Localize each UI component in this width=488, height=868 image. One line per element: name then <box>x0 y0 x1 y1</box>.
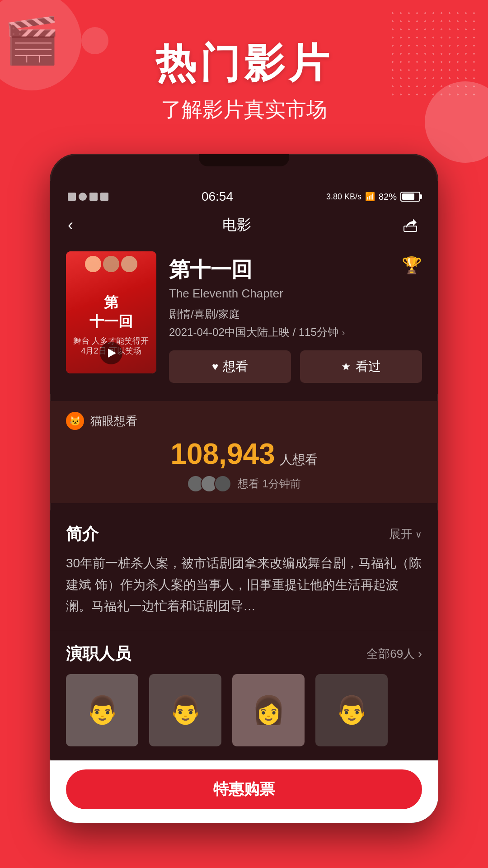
movie-info: 第十一回 舞台 人多才能笑得开 4月2日 可以笑场 第十一回 🏆 The Ele… <box>50 242 438 394</box>
user-avatars <box>187 475 231 492</box>
poster-inner: 第十一回 舞台 人多才能笑得开 4月2日 可以笑场 <box>66 251 156 373</box>
battery-percent: 82% <box>379 192 397 202</box>
expand-arrow-icon: ∨ <box>415 529 422 540</box>
want-to-watch-button[interactable]: ♥ 想看 <box>169 350 291 383</box>
intro-expand-button[interactable]: 展开 ∨ <box>389 526 422 542</box>
intro-title: 简介 <box>66 523 99 545</box>
share-button[interactable] <box>400 215 420 235</box>
poster-face-2 <box>103 256 119 272</box>
buy-ticket-button[interactable]: 特惠购票 <box>66 769 422 809</box>
cast-face-2: 👨 <box>149 674 221 746</box>
movie-genre: 剧情/喜剧/家庭 <box>169 307 422 321</box>
want-count: 108,943 <box>170 437 275 471</box>
movie-title-row: 第十一回 🏆 <box>169 256 422 284</box>
poster-people <box>66 256 156 272</box>
movie-date-text: 2021-04-02中国大陆上映 / 115分钟 <box>169 325 338 340</box>
wifi-icon: 📶 <box>365 192 375 202</box>
maoyan-header: 🐱 猫眼想看 <box>66 412 422 430</box>
intro-section: 简介 展开 ∨ 30年前一桩杀人案，被市话剧团拿来改编成舞台剧，马福礼（陈建斌 … <box>50 510 438 630</box>
maoyan-logo-icon: 🐱 <box>70 415 81 426</box>
cast-face-4: 👨 <box>315 674 388 746</box>
movie-details: 第十一回 🏆 The Eleventh Chapter 剧情/喜剧/家庭 202… <box>169 251 422 383</box>
cast-title: 演职人员 <box>66 643 131 665</box>
page-subtitle: 了解影片真实市场 <box>0 96 488 124</box>
cast-photo-2: 👨 <box>149 674 221 746</box>
cast-item-4[interactable]: 👨 <box>315 674 388 746</box>
want-time: 想看 1分钟前 <box>238 476 301 491</box>
phone-mockup: 06:54 3.80 KB/s 📶 82% ‹ 电影 <box>50 154 438 823</box>
poster-face-1 <box>85 256 101 272</box>
network-speed: 3.80 KB/s <box>326 192 361 202</box>
nav-bar: ‹ 电影 <box>50 208 438 242</box>
cast-photo-4: 👨 <box>315 674 388 746</box>
want-label: 想看 <box>223 358 248 375</box>
want-users: 想看 1分钟前 <box>66 475 422 492</box>
movie-title-en: The Eleventh Chapter <box>169 287 422 301</box>
expand-label: 展开 <box>389 526 413 542</box>
maoyan-section: 🐱 猫眼想看 108,943 人想看 想看 1分钟前 <box>50 401 438 503</box>
status-icon-3 <box>89 193 98 201</box>
status-icon-4 <box>100 193 108 201</box>
watched-button[interactable]: ★ 看过 <box>300 350 422 383</box>
watched-label: 看过 <box>356 358 381 375</box>
play-triangle <box>108 349 116 358</box>
phone-content: 06:54 3.80 KB/s 📶 82% ‹ 电影 <box>50 181 438 823</box>
buy-ticket-bar: 特惠购票 <box>50 760 438 823</box>
want-count-label: 人想看 <box>280 451 318 468</box>
page-title: 热门影片 <box>0 36 488 91</box>
maoyan-logo: 🐱 <box>66 412 84 430</box>
cast-section: 演职人员 全部69人 › 👨 👨 👩 <box>50 630 438 759</box>
star-icon: ★ <box>341 360 351 373</box>
heart-icon: ♥ <box>212 360 218 373</box>
intro-header: 简介 展开 ∨ <box>66 523 422 545</box>
cast-item-1[interactable]: 👨 <box>66 674 138 746</box>
cast-photo-3: 👩 <box>232 674 305 746</box>
cast-list: 👨 👨 👩 👨 <box>66 674 422 746</box>
cast-all-label: 全部69人 › <box>366 646 422 662</box>
want-count-row: 108,943 人想看 <box>66 437 422 471</box>
cast-all-button[interactable]: 全部69人 › <box>366 646 422 662</box>
movie-date[interactable]: 2021-04-02中国大陆上映 / 115分钟 › <box>169 325 422 340</box>
status-time: 06:54 <box>108 189 326 204</box>
cast-item-2[interactable]: 👨 <box>149 674 221 746</box>
user-avatar-3 <box>214 475 231 492</box>
intro-text: 30年前一桩杀人案，被市话剧团拿来改编成舞台剧，马福礼（陈建斌 饰）作为杀人案的… <box>66 552 422 617</box>
back-button[interactable]: ‹ <box>68 216 73 235</box>
action-buttons: ♥ 想看 ★ 看过 <box>169 350 422 383</box>
status-icon-1 <box>68 193 76 201</box>
movie-poster[interactable]: 第十一回 舞台 人多才能笑得开 4月2日 可以笑场 <box>66 251 156 373</box>
status-icons <box>68 193 108 201</box>
poster-title: 第十一回 <box>89 293 133 331</box>
status-right: 3.80 KB/s 📶 82% <box>326 192 420 202</box>
cast-item-3[interactable]: 👩 <box>232 674 305 746</box>
status-icon-2 <box>79 193 87 201</box>
phone-notch <box>199 154 289 166</box>
play-button[interactable] <box>100 342 122 364</box>
status-bar: 06:54 3.80 KB/s 📶 82% <box>50 181 438 208</box>
battery-icon <box>400 192 420 202</box>
poster-face-3 <box>121 256 137 272</box>
movie-title-cn: 第十一回 <box>169 256 252 284</box>
trophy-icon: 🏆 <box>402 256 422 275</box>
cast-header: 演职人员 全部69人 › <box>66 643 422 665</box>
header-section: 热门影片 了解影片真实市场 <box>0 36 488 124</box>
date-arrow-icon: › <box>342 327 345 338</box>
cast-face-3: 👩 <box>232 674 305 746</box>
cast-face-1: 👨 <box>66 674 138 746</box>
maoyan-label: 猫眼想看 <box>90 413 137 429</box>
battery-fill <box>402 193 414 200</box>
nav-title: 电影 <box>222 215 251 235</box>
cast-photo-1: 👨 <box>66 674 138 746</box>
